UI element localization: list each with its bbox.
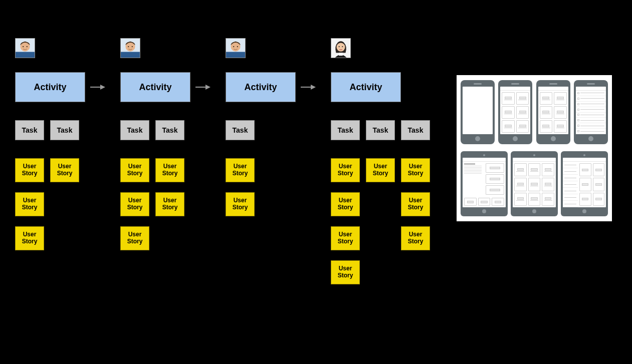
task-card: Task (50, 120, 79, 140)
wireframes-row-phones (461, 80, 608, 144)
tasks-row: Task Task (120, 120, 184, 140)
user-story-card: User Story (331, 226, 360, 250)
user-story-card: User Story (15, 226, 44, 250)
story-column: User Story User Story (226, 158, 255, 216)
persona-avatar (15, 38, 35, 58)
user-story-card: User Story (50, 158, 79, 182)
stories-block: User Story User Story (226, 158, 255, 216)
activity-card: Activity (120, 72, 190, 102)
activity-card: Activity (15, 72, 85, 102)
tasks-row: Task (226, 120, 255, 140)
tablet-mockup (461, 151, 508, 216)
wireframes-row-tablets (461, 151, 608, 216)
tablet-mockup (511, 151, 558, 216)
persona-avatar (226, 38, 246, 58)
story-column: User Story User Story User Story (120, 158, 149, 250)
arrow-right-icon (85, 82, 110, 92)
user-story-card: User Story (15, 192, 44, 216)
task-card: Task (331, 120, 360, 140)
story-map-column: Activity Task Task Task User Story User … (331, 38, 430, 284)
activity-card: Activity (331, 72, 401, 102)
phone-mockup (574, 80, 608, 144)
stories-block: User Story User Story User Story User St… (331, 158, 430, 284)
user-story-card: User Story (226, 192, 255, 216)
story-column: User Story User Story User Story User St… (331, 158, 360, 284)
story-column: User Story (50, 158, 79, 250)
story-map-column: Activity Task Task User Story User Story… (15, 38, 110, 284)
task-card: Task (120, 120, 149, 140)
activity-row: Activity (15, 72, 110, 102)
story-map-column: Activity Task User Story User Story (226, 38, 321, 284)
user-story-card: User Story (331, 260, 360, 284)
user-story-card: User Story (120, 226, 149, 250)
task-card: Task (15, 120, 44, 140)
activity-card: Activity (226, 72, 296, 102)
user-story-card: User Story (226, 158, 255, 182)
stories-block: User Story User Story User Story User St… (120, 158, 184, 250)
arrow-right-icon (190, 82, 216, 92)
activity-row: Activity (331, 72, 401, 102)
story-column: User Story (366, 158, 395, 284)
user-story-card: User Story (15, 158, 44, 182)
phone-mockup (536, 80, 570, 144)
story-column: User Story User Story User Story (15, 158, 44, 250)
task-card: Task (366, 120, 395, 140)
wireframes-panel (457, 75, 612, 221)
story-map: Activity Task Task User Story User Story… (15, 38, 430, 284)
task-card: Task (226, 120, 255, 140)
arrow-right-icon (296, 82, 321, 92)
user-story-card: User Story (401, 226, 430, 250)
user-story-card: User Story (155, 158, 184, 182)
user-story-card: User Story (331, 158, 360, 182)
phone-mockup (461, 80, 495, 144)
tasks-row: Task Task (15, 120, 79, 140)
user-story-card: User Story (120, 192, 149, 216)
story-column: User Story User Story User Story (401, 158, 430, 284)
user-story-card: User Story (401, 192, 430, 216)
tasks-row: Task Task Task (331, 120, 430, 140)
stories-block: User Story User Story User Story User St… (15, 158, 79, 250)
persona-avatar (331, 38, 351, 58)
user-story-card: User Story (120, 158, 149, 182)
story-map-column: Activity Task Task User Story User Story… (120, 38, 216, 284)
user-story-card: User Story (155, 192, 184, 216)
phone-mockup (498, 80, 532, 144)
persona-avatar (120, 38, 140, 58)
task-card: Task (155, 120, 184, 140)
user-story-card: User Story (401, 158, 430, 182)
activity-row: Activity (120, 72, 216, 102)
task-card: Task (401, 120, 430, 140)
user-story-card: User Story (331, 192, 360, 216)
story-column: User Story User Story (155, 158, 184, 250)
tablet-mockup (561, 151, 608, 216)
user-story-card: User Story (366, 158, 395, 182)
activity-row: Activity (226, 72, 321, 102)
